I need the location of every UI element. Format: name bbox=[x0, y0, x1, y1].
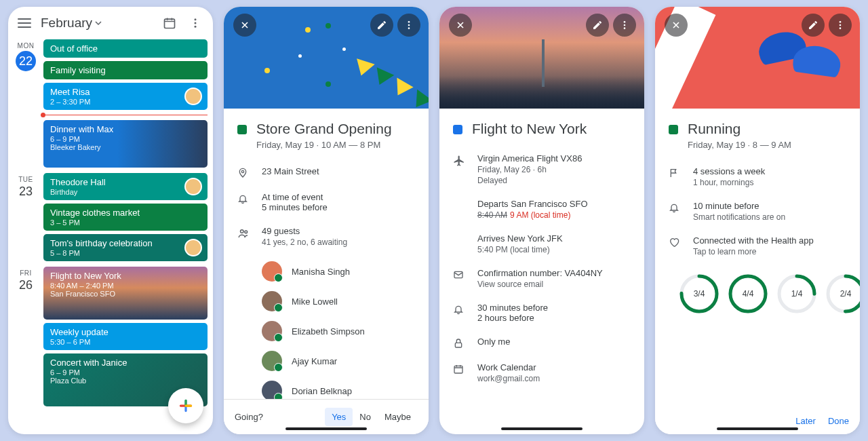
event-chip[interactable]: Tom's birthday celebration5 – 8 PM bbox=[43, 234, 208, 261]
date-label[interactable]: FRI26 bbox=[8, 267, 43, 406]
bell-icon bbox=[453, 303, 465, 323]
goal-hero bbox=[655, 7, 860, 109]
plane-icon bbox=[453, 153, 465, 185]
event-chip[interactable]: Theodore HallBirthday bbox=[43, 173, 208, 200]
progress-ring: 2/4 bbox=[826, 274, 860, 313]
event-chip[interactable]: Family visiting bbox=[43, 61, 208, 79]
progress-ring: 3/4 bbox=[679, 274, 719, 313]
done-button[interactable]: Done bbox=[828, 416, 849, 426]
progress-ring: 1/4 bbox=[777, 274, 816, 313]
event-chip[interactable]: Flight to New York8:40 AM – 2:40 PMSan F… bbox=[43, 267, 208, 320]
more-icon[interactable] bbox=[829, 14, 852, 37]
svg-point-2 bbox=[195, 22, 197, 24]
location-row[interactable]: 23 Main Street bbox=[237, 159, 415, 185]
calendar-icon bbox=[453, 362, 465, 383]
home-indicator bbox=[717, 427, 798, 430]
topbar: February bbox=[8, 7, 213, 39]
goal-action-bar: Later Done bbox=[655, 408, 860, 434]
edit-icon[interactable] bbox=[802, 14, 825, 37]
goal-frequency-row[interactable]: 4 sessions a week1 hour, mornings bbox=[669, 159, 846, 194]
svg-point-22 bbox=[730, 276, 766, 311]
progress-ring: 4/4 bbox=[728, 274, 768, 313]
close-icon[interactable] bbox=[449, 14, 472, 37]
goal-detail-screen: RunningFriday, May 19 · 8 — 9 AM 4 sessi… bbox=[655, 7, 860, 434]
notification-row[interactable]: 10 minute beforeSmart notifications are … bbox=[669, 194, 846, 229]
svg-point-11 bbox=[624, 24, 626, 26]
event-chip[interactable]: Weekly update5:30 – 6 PM bbox=[43, 323, 208, 350]
going-label: Going? bbox=[235, 412, 263, 422]
location-icon bbox=[237, 166, 250, 178]
date-label[interactable]: MON22 bbox=[8, 39, 43, 168]
svg-point-3 bbox=[195, 26, 197, 28]
guest-item[interactable]: Elizabeth Simpson bbox=[262, 316, 429, 346]
svg-point-6 bbox=[408, 27, 410, 29]
svg-point-17 bbox=[840, 24, 842, 26]
goal-datetime: Friday, May 19 · 8 — 9 AM bbox=[688, 140, 791, 150]
avatar bbox=[262, 381, 282, 401]
edit-icon[interactable] bbox=[370, 14, 393, 37]
health-app-row[interactable]: Connected with the Health appTap to lear… bbox=[669, 229, 846, 263]
event-chip[interactable]: Dinner with Max6 – 9 PMBleeker Bakery bbox=[43, 120, 208, 168]
event-datetime: Friday, May 19 · 10 AM — 8 PM bbox=[256, 140, 392, 150]
today-icon[interactable] bbox=[161, 15, 178, 31]
confirmation-row[interactable]: Confirmation number: VA404NYView source … bbox=[453, 261, 631, 296]
arrival-row: Arrives New York JFK5:40 PM (local time) bbox=[453, 227, 631, 261]
guests-row[interactable]: 49 guests41 yes, 2 no, 6 awaiting bbox=[237, 219, 415, 254]
more-icon[interactable] bbox=[613, 14, 636, 37]
calendar-color-icon bbox=[453, 125, 462, 134]
svg-point-10 bbox=[624, 21, 626, 23]
more-icon[interactable] bbox=[397, 14, 420, 37]
home-indicator bbox=[501, 427, 583, 430]
svg-point-16 bbox=[840, 21, 842, 23]
heart-icon bbox=[669, 235, 681, 256]
avatar bbox=[262, 321, 282, 341]
date-label[interactable]: TUE23 bbox=[8, 173, 43, 261]
event-title-block: Store Grand OpeningFriday, May 19 · 10 A… bbox=[224, 109, 429, 159]
calendar-row[interactable]: Work Calendarwork@gmail.com bbox=[453, 356, 631, 390]
goal-title-block: RunningFriday, May 19 · 8 — 9 AM bbox=[655, 109, 860, 159]
svg-point-5 bbox=[408, 24, 410, 26]
svg-rect-14 bbox=[455, 343, 461, 347]
notification-row[interactable]: At time of event5 minutes before bbox=[237, 185, 415, 219]
flight-title: Flight to New York bbox=[472, 121, 587, 137]
svg-point-12 bbox=[624, 27, 626, 29]
svg-point-8 bbox=[241, 230, 244, 233]
flight-info-row: Virgin America Flight VX86Friday, May 26… bbox=[453, 147, 631, 192]
svg-point-4 bbox=[408, 21, 410, 23]
close-icon[interactable] bbox=[665, 14, 688, 37]
add-event-fab[interactable] bbox=[168, 388, 203, 423]
later-button[interactable]: Later bbox=[795, 416, 816, 426]
lock-icon bbox=[453, 337, 465, 349]
flight-title-block: Flight to New York bbox=[439, 109, 644, 147]
guest-item[interactable]: Manisha Singh bbox=[262, 256, 429, 286]
notification-row[interactable]: 30 minutes before2 hours before bbox=[453, 296, 631, 330]
event-chip[interactable]: Meet Risa2 – 3:30 PM bbox=[43, 83, 208, 110]
svg-rect-15 bbox=[454, 366, 462, 373]
guest-item[interactable]: Ajay Kumar bbox=[262, 346, 429, 376]
month-picker[interactable]: February bbox=[41, 16, 102, 31]
flight-hero bbox=[439, 7, 644, 109]
rsvp-no[interactable]: No bbox=[353, 408, 378, 426]
calendar-color-icon bbox=[237, 125, 247, 134]
svg-point-25 bbox=[828, 276, 860, 311]
close-icon[interactable] bbox=[233, 14, 256, 37]
svg-point-9 bbox=[245, 231, 248, 233]
flight-detail-screen: Flight to New York Virgin America Flight… bbox=[439, 7, 644, 434]
menu-icon[interactable] bbox=[18, 18, 31, 28]
bell-icon bbox=[669, 201, 681, 222]
event-title: Store Grand Opening bbox=[256, 121, 392, 137]
mail-icon bbox=[453, 268, 465, 289]
event-hero bbox=[224, 7, 429, 109]
edit-icon[interactable] bbox=[586, 14, 609, 37]
more-icon[interactable] bbox=[187, 15, 203, 31]
visibility-row[interactable]: Only me bbox=[453, 330, 631, 356]
goal-title: Running bbox=[688, 121, 791, 137]
svg-point-18 bbox=[840, 27, 842, 29]
guest-item[interactable]: Mike Lowell bbox=[262, 286, 429, 316]
rsvp-maybe[interactable]: Maybe bbox=[378, 408, 418, 426]
schedule-list[interactable]: MON22Out of officeFamily visitingMeet Ri… bbox=[8, 39, 213, 423]
event-chip[interactable]: Vintage clothes market3 – 5 PM bbox=[43, 204, 208, 231]
event-chip[interactable]: Out of office bbox=[43, 39, 208, 58]
rsvp-yes[interactable]: Yes bbox=[325, 408, 353, 426]
avatar bbox=[262, 261, 282, 282]
